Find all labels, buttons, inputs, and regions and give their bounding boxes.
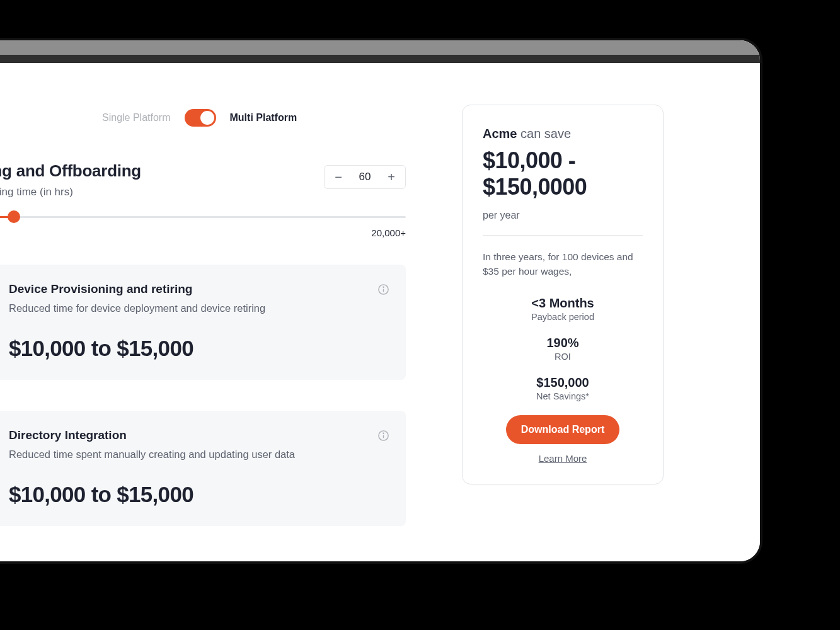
platform-toggle-row: Single Platform Multi Platform: [102, 109, 297, 127]
metric-value: $150,000: [483, 375, 643, 390]
onboarding-title: Onboarding and Offboarding: [0, 161, 141, 181]
stepper-plus-button[interactable]: +: [386, 170, 396, 185]
summary-details: In three years, for 100 devices and $35 …: [483, 249, 643, 279]
slider-max-label: 20,000+: [0, 227, 406, 238]
metric-label: ROI: [483, 352, 643, 362]
summary-headline: Acme can save: [483, 127, 643, 141]
card-desc: Reduced time for device deployment and d…: [9, 302, 387, 314]
savings-card-directory-integration: Directory Integration Reduced time spent…: [0, 411, 406, 526]
browser-chrome-bar: [0, 40, 760, 55]
multi-platform-label: Multi Platform: [230, 112, 297, 123]
download-report-button[interactable]: Download Report: [506, 415, 619, 444]
svg-point-5: [383, 433, 384, 433]
metric-value: 190%: [483, 336, 643, 350]
summary-savings-range: $10,000 - $150,0000: [483, 147, 643, 201]
summary-per-year: per year: [483, 210, 643, 236]
card-title: Directory Integration: [9, 428, 387, 442]
savings-summary-panel: Acme can save $10,000 - $150,0000 per ye…: [462, 105, 664, 484]
metric-roi: 190% ROI: [483, 336, 643, 362]
metric-label: Net Savings*: [483, 391, 643, 401]
hours-stepper[interactable]: − 60 +: [324, 165, 406, 189]
info-icon[interactable]: [377, 284, 389, 295]
device-frame: Single Platform Multi Platform Onboardin…: [0, 38, 762, 564]
single-platform-label: Single Platform: [102, 112, 171, 123]
learn-more-link[interactable]: Learn More: [483, 453, 643, 464]
svg-point-2: [383, 287, 384, 287]
platform-toggle[interactable]: [185, 109, 216, 127]
stepper-minus-button[interactable]: −: [333, 170, 343, 185]
info-icon[interactable]: [377, 430, 389, 442]
toggle-knob-icon: [200, 111, 214, 125]
slider-thumb[interactable]: [8, 210, 20, 223]
metric-net-savings: $150,000 Net Savings*: [483, 375, 643, 401]
hours-slider[interactable]: 20,000+: [0, 216, 406, 218]
summary-company: Acme: [483, 127, 517, 140]
slider-track: [0, 216, 406, 218]
metric-label: Payback period: [483, 312, 643, 322]
card-value: $10,000 to $15,000: [9, 336, 387, 361]
browser-address-bar: [0, 55, 760, 63]
onboarding-section-header: Onboarding and Offboarding Device provis…: [0, 161, 406, 198]
page-content: Single Platform Multi Platform Onboardin…: [0, 63, 760, 561]
metric-value: <3 Months: [483, 296, 643, 311]
onboarding-subtitle: Device provisioning time (in hrs): [0, 186, 141, 198]
summary-can-save: can save: [521, 127, 571, 140]
card-title: Device Provisioning and retiring: [9, 282, 387, 296]
card-value: $10,000 to $15,000: [9, 482, 387, 507]
card-desc: Reduced time spent manually creating and…: [9, 449, 387, 461]
stepper-value: 60: [359, 171, 371, 183]
savings-card-device-provisioning: Device Provisioning and retiring Reduced…: [0, 265, 406, 380]
metric-payback: <3 Months Payback period: [483, 296, 643, 322]
